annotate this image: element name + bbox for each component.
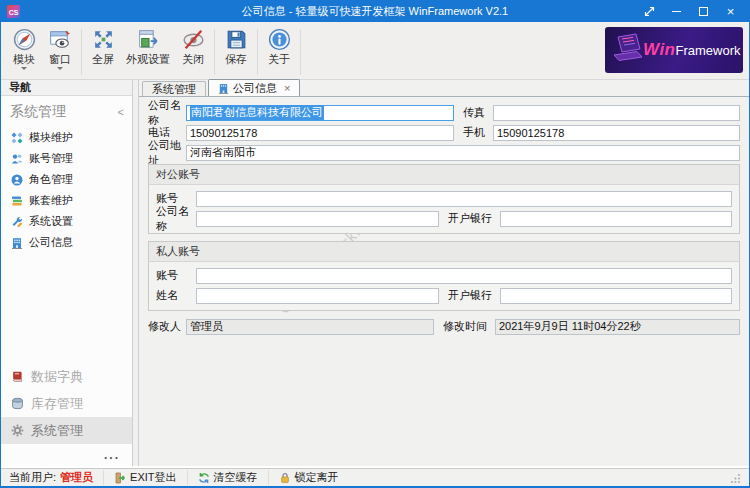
resize-grip[interactable] bbox=[731, 473, 741, 483]
maximize-button[interactable] bbox=[690, 2, 717, 20]
sidebar-spacer bbox=[1, 253, 132, 363]
fullscreen-button-label: 全屏 bbox=[92, 53, 114, 65]
database-icon bbox=[11, 397, 24, 410]
info-icon bbox=[267, 27, 292, 52]
laptop-icon bbox=[609, 33, 643, 66]
logout-button[interactable]: EXIT登出 bbox=[103, 470, 186, 485]
logo-framework-text: Framework bbox=[676, 43, 741, 58]
ribbon-separator bbox=[214, 29, 215, 75]
private-name-input[interactable] bbox=[196, 288, 439, 304]
sidebar-item-label: 账套维护 bbox=[29, 193, 73, 208]
tab-system-management[interactable]: 系统管理 bbox=[142, 81, 206, 96]
nav-group-title-label: 系统管理 bbox=[10, 103, 66, 121]
private-account-label: 账号 bbox=[156, 268, 196, 283]
modified-by-label: 修改人 bbox=[148, 319, 186, 334]
wrench-icon bbox=[11, 216, 23, 228]
logout-icon bbox=[114, 472, 126, 484]
chevron-down-icon bbox=[57, 67, 63, 70]
collapse-icon[interactable]: < bbox=[118, 106, 124, 118]
chevron-down-icon bbox=[21, 67, 27, 70]
app-icon: CS bbox=[6, 4, 21, 19]
corporate-account-input[interactable] bbox=[196, 191, 732, 207]
appearance-button[interactable]: 外观设置 bbox=[121, 25, 175, 79]
fullscreen-button[interactable]: 全屏 bbox=[85, 25, 121, 79]
titlebar: CS 公司信息 - 轻量级可快速开发框架 WinFramework V2.1 × bbox=[1, 0, 749, 22]
appearance-icon bbox=[136, 27, 161, 52]
address-input[interactable] bbox=[186, 145, 740, 161]
tab-close-icon[interactable]: × bbox=[284, 82, 290, 94]
content-area: 系统管理 公司信息 × CSFramework. COM 公司名称 bbox=[139, 80, 749, 466]
corporate-bank-input[interactable] bbox=[500, 211, 732, 227]
close-button[interactable]: × bbox=[717, 2, 744, 20]
corporate-company-label: 公司名称 bbox=[156, 204, 196, 234]
tab-label: 系统管理 bbox=[152, 82, 196, 97]
clear-cache-button[interactable]: 清空缓存 bbox=[187, 470, 268, 485]
company-info-panel: CSFramework. COM 公司名称 南阳君创信息科技有限公司 传真 电话… bbox=[139, 97, 749, 466]
nav-group-title[interactable]: 系统管理 < bbox=[1, 96, 132, 127]
users-icon bbox=[11, 153, 23, 165]
fullscreen-icon bbox=[91, 27, 116, 52]
sidebar-item-module-maintenance[interactable]: 模块维护 bbox=[1, 127, 132, 148]
minimize-icon bbox=[672, 11, 681, 12]
sidebar-group-system-management[interactable]: 系统管理 bbox=[1, 417, 132, 444]
fax-input[interactable] bbox=[493, 105, 740, 121]
logout-label: EXIT登出 bbox=[130, 470, 176, 485]
phone-input[interactable] bbox=[186, 125, 454, 141]
lock-icon bbox=[279, 472, 291, 484]
ribbon-toolbar: 模块 窗口 全屏 bbox=[1, 22, 749, 80]
window-controls: × bbox=[636, 2, 744, 20]
main-area: 导航 系统管理 < 模块维护 账号管理 bbox=[1, 80, 749, 466]
tab-label: 公司信息 bbox=[233, 81, 277, 96]
save-button[interactable]: 保存 bbox=[218, 25, 254, 79]
sidebar-item-company-info[interactable]: 公司信息 bbox=[1, 232, 132, 253]
sidebar-overflow-button[interactable]: ... bbox=[1, 444, 132, 466]
modified-time-value bbox=[495, 319, 740, 335]
about-button[interactable]: 关于 bbox=[261, 25, 297, 79]
current-user-status: 当前用户: 管理员 bbox=[9, 470, 103, 485]
logo-win-text: Win bbox=[643, 40, 676, 60]
compass-icon bbox=[12, 27, 37, 52]
maximize-icon bbox=[699, 7, 708, 16]
mobile-input[interactable] bbox=[493, 125, 740, 141]
private-bank-input[interactable] bbox=[500, 288, 732, 304]
corporate-account-group-title: 对公账号 bbox=[149, 165, 739, 185]
private-name-label: 姓名 bbox=[156, 288, 196, 303]
sidebar-item-system-settings[interactable]: 系统设置 bbox=[1, 211, 132, 232]
sidebar-item-label: 账号管理 bbox=[29, 151, 73, 166]
minimize-button[interactable] bbox=[663, 2, 690, 20]
sidebar-group-label: 系统管理 bbox=[31, 422, 83, 440]
winframework-logo: WinFramework bbox=[605, 27, 743, 73]
company-name-input[interactable]: 南阳君创信息科技有限公司 bbox=[186, 105, 454, 121]
close-view-button[interactable]: 关闭 bbox=[175, 25, 211, 79]
sidebar-group-inventory[interactable]: 库存管理 bbox=[1, 390, 132, 417]
sidebar-item-label: 角色管理 bbox=[29, 172, 73, 187]
corporate-bank-label: 开户银行 bbox=[448, 211, 500, 226]
current-user-label: 当前用户: bbox=[9, 470, 56, 485]
ribbon-separator bbox=[257, 29, 258, 75]
company-name-label: 公司名称 bbox=[148, 98, 186, 128]
mobile-label: 手机 bbox=[463, 125, 493, 140]
fullscreen-toggle-icon[interactable] bbox=[636, 2, 663, 20]
corporate-company-input[interactable] bbox=[196, 211, 439, 227]
corporate-account-group: 对公账号 账号 公司名称 开户银行 bbox=[148, 164, 740, 234]
svg-text:CS: CS bbox=[9, 8, 19, 15]
current-user-value: 管理员 bbox=[60, 470, 93, 485]
save-icon bbox=[224, 27, 249, 52]
private-account-input[interactable] bbox=[196, 268, 732, 284]
tab-company-info[interactable]: 公司信息 × bbox=[208, 79, 300, 96]
sidebar-item-role-management[interactable]: 角色管理 bbox=[1, 169, 132, 190]
modules-button[interactable]: 模块 bbox=[6, 25, 42, 79]
sidebar-group-data-dictionary[interactable]: 数据字典 bbox=[1, 363, 132, 390]
sidebar-item-account-management[interactable]: 账号管理 bbox=[1, 148, 132, 169]
nav-header: 导航 bbox=[1, 80, 132, 96]
building-icon bbox=[218, 83, 229, 94]
navigation-sidebar: 导航 系统管理 < 模块维护 账号管理 bbox=[1, 80, 133, 466]
ribbon-separator bbox=[81, 29, 82, 75]
sidebar-item-ledger-maintenance[interactable]: 账套维护 bbox=[1, 190, 132, 211]
lock-button[interactable]: 锁定离开 bbox=[268, 470, 349, 485]
modified-by-value bbox=[186, 319, 434, 335]
window-eye-icon bbox=[48, 27, 73, 52]
sidebar-item-label: 系统设置 bbox=[29, 214, 73, 229]
window-button[interactable]: 窗口 bbox=[42, 25, 78, 79]
sidebar-item-label: 公司信息 bbox=[29, 235, 73, 250]
